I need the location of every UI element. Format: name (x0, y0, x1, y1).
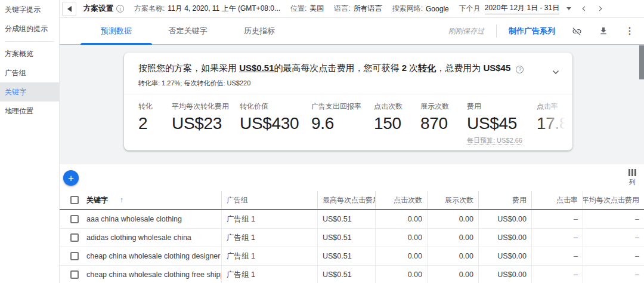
info-icon[interactable]: i (116, 5, 124, 13)
metric-clicks: 点击次数 150 (374, 101, 402, 133)
plan-name-value[interactable]: 11月 4, 2020, 11 上午 (GMT+08:0... (168, 4, 280, 14)
forecast-headline: 按照您的方案，如果采用 US$0.51的最高每次点击费用，您可获得 2 次转化，… (124, 53, 572, 74)
cost-cell: US$0.00 (479, 247, 532, 265)
row-checkbox[interactable] (70, 215, 79, 223)
max-cpc-cell[interactable]: US$0.51 (318, 210, 376, 228)
table-row: adidas clothing wholesale china 广告组 1 US… (60, 229, 644, 247)
metric-avg-cost-per-conversion: 平均每次转化费用 US$23 (172, 101, 229, 133)
select-all-checkbox[interactable] (70, 196, 79, 204)
keyword-text: cheap china wholesale clothing free ship… (86, 270, 222, 279)
headline-text: 的最高每次点击费用，您可获得 (274, 63, 402, 73)
headline-conversions-count: 2 (402, 63, 407, 73)
row-checkbox[interactable] (70, 252, 79, 260)
max-cpc-cell[interactable]: US$0.51 (318, 266, 376, 283)
column-impressions[interactable]: 展示次数 (428, 191, 479, 209)
column-clicks[interactable]: 点击次数 (376, 191, 428, 209)
keywords-table: 关键字 ↑ 广告组 最高每次点击费用 点击次数 展示次数 费用 点击率 平均每次… (60, 191, 644, 283)
next-period-button[interactable] (597, 5, 603, 12)
headline-text: ，总费用为 (436, 63, 483, 73)
ad-group-cell: 广告组 1 (222, 229, 318, 247)
tab-negative-keywords[interactable]: 否定关键字 (152, 18, 224, 45)
column-avg-cpc[interactable]: 平均每次点击费用 (583, 191, 644, 209)
column-cost[interactable]: 费用 (479, 191, 532, 209)
back-button[interactable] (62, 2, 76, 16)
headline-text: 次 (407, 63, 418, 73)
chevron-left-icon (581, 5, 587, 12)
column-ad-group[interactable]: 广告组 (222, 191, 318, 209)
sidebar-item-locations[interactable]: 地理位置 (0, 101, 59, 121)
metric-conversions: 转化 2 (138, 101, 153, 133)
date-range-selector[interactable]: 2020年 12月 1日 - 31日 (485, 3, 559, 14)
keyword-planner-window: 关键字提示 分成组的提示 方案概览 广告组 关键字 地理位置 方案设置 i 方案… (0, 0, 644, 283)
table-row: aaa china wholesale clothing 广告组 1 US$0.… (60, 210, 644, 229)
keyword-text: aaa china wholesale clothing (86, 215, 182, 223)
prev-period-button[interactable] (581, 5, 587, 12)
keywords-table-panel: + 列 关键字 ↑ 广告组 最高每次点击费用 点击次数 (60, 164, 644, 283)
collapse-card-button[interactable] (552, 66, 559, 77)
action-buttons: 刚刚保存过 制作广告系列 ⋮ (448, 24, 644, 38)
tabs: 预测数据 否定关键字 历史指标 (80, 18, 295, 45)
forecast-summary-card: 按照您的方案，如果采用 US$0.51的最高每次点击费用，您可获得 2 次转化，… (124, 53, 572, 150)
keyword-cell: aaa china wholesale clothing (60, 210, 222, 228)
keyword-cell: cheap china wholesale clothing designer (60, 247, 222, 265)
columns-button[interactable]: 列 (628, 169, 637, 187)
keyword-text: cheap china wholesale clothing designer (86, 252, 220, 260)
tab-forecasts[interactable]: 预测数据 (80, 18, 152, 45)
ad-group-cell: 广告组 1 (222, 247, 318, 265)
metric-cost: 费用 US$45 每日预算: US$2.66 (467, 101, 522, 145)
tab-historical-metrics[interactable]: 历史指标 (224, 18, 295, 45)
date-caret-icon[interactable] (566, 7, 571, 10)
sort-ascending-icon[interactable]: ↑ (120, 196, 123, 204)
avg-cpc-cell: – (583, 210, 644, 228)
main-area: 方案设置 i 方案名称: 11月 4, 2020, 11 上午 (GMT+08:… (60, 0, 644, 283)
location-value[interactable]: 美国 (309, 4, 324, 14)
headline-conversions-term: 转化 (418, 63, 436, 73)
ctr-cell: – (532, 229, 583, 247)
sidebar-item-keyword-ideas[interactable]: 关键字提示 (0, 0, 59, 19)
ctr-cell: – (532, 210, 583, 228)
impressions-cell: 0.00 (428, 266, 479, 283)
header-keyword-cell: 关键字 ↑ (60, 191, 222, 209)
forecast-metrics: 转化 2 平均每次转化费用 US$23 转化价值 US$430 广告支出回报率 … (124, 94, 572, 150)
row-checkbox[interactable] (70, 270, 79, 279)
sidebar-item-ad-groups[interactable]: 广告组 (0, 63, 59, 82)
vertical-divider (496, 24, 497, 38)
avg-cpc-cell: – (583, 266, 644, 283)
impressions-cell: 0.00 (428, 247, 479, 265)
cost-cell: US$0.00 (479, 266, 532, 283)
row-checkbox[interactable] (70, 233, 79, 242)
link-off-icon[interactable] (572, 26, 582, 36)
column-ctr[interactable]: 点击率 (532, 191, 583, 209)
metric-conversion-value: 转化价值 US$430 (240, 101, 299, 133)
sidebar-item-grouped-ideas[interactable]: 分成组的提示 (0, 19, 59, 38)
clicks-cell: 0.00 (376, 229, 428, 247)
location-label: 位置: (290, 4, 306, 14)
max-cpc-cell[interactable]: US$0.51 (318, 247, 376, 265)
plan-settings-label[interactable]: 方案设置 (83, 4, 113, 14)
more-options-icon[interactable]: ⋮ (625, 26, 634, 36)
network-label: 搜索网络: (392, 4, 423, 14)
column-max-cpc[interactable]: 最高每次点击费用 (318, 191, 376, 209)
download-icon[interactable] (599, 26, 608, 36)
help-icon[interactable]: ? (516, 66, 524, 73)
column-keyword[interactable]: 关键字 (86, 195, 108, 205)
keyword-cell: cheap china wholesale clothing free ship… (60, 266, 222, 283)
chevron-right-icon (597, 5, 603, 12)
sidebar-item-keywords[interactable]: 关键字 (0, 82, 59, 101)
max-cpc-cell[interactable]: US$0.51 (318, 229, 376, 247)
headline-text: 按照您的方案，如果采用 (138, 63, 239, 73)
impressions-cell: 0.00 (428, 229, 479, 247)
headline-max-cpc: US$0.51 (239, 63, 274, 73)
vertical-scrollbar[interactable] (639, 45, 644, 79)
language-value[interactable]: 所有语言 (354, 4, 382, 14)
ad-group-cell: 广告组 1 (222, 210, 318, 228)
cost-cell: US$0.00 (479, 210, 532, 228)
cost-cell: US$0.00 (479, 229, 532, 247)
save-status: 刚刚保存过 (448, 26, 484, 36)
create-campaign-button[interactable]: 制作广告系列 (509, 26, 555, 36)
daily-budget: 每日预算: US$2.66 (467, 136, 522, 145)
sidebar-divider (5, 41, 54, 42)
sidebar-item-plan-overview[interactable]: 方案概览 (0, 44, 59, 63)
add-keyword-button[interactable]: + (63, 170, 79, 186)
network-value[interactable]: Google (426, 5, 449, 13)
